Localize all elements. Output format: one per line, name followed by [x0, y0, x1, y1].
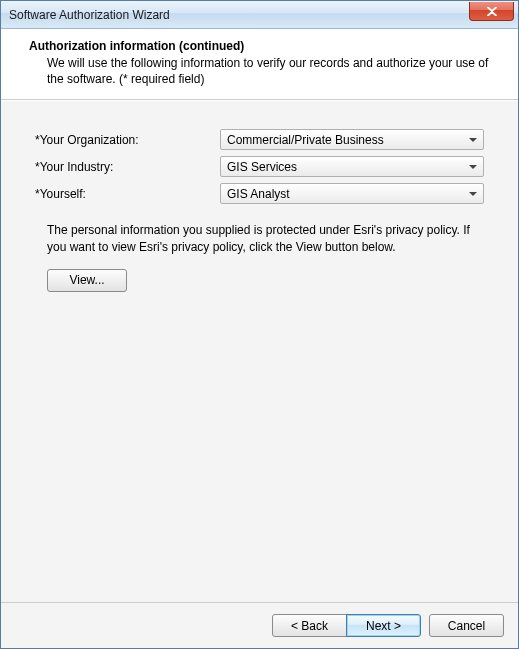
yourself-select[interactable]: GIS Analyst [220, 183, 484, 204]
next-button[interactable]: Next > [346, 614, 421, 637]
view-button-label: View... [69, 273, 104, 287]
organization-label: *Your Organization: [35, 133, 220, 147]
content-area: Authorization information (continued) We… [1, 29, 518, 648]
header-section: Authorization information (continued) We… [1, 29, 518, 100]
form-body: *Your Organization: Commercial/Private B… [1, 100, 518, 602]
chevron-down-icon [469, 165, 477, 169]
back-button-label: < Back [291, 619, 328, 633]
back-button[interactable]: < Back [272, 614, 347, 637]
organization-select[interactable]: Commercial/Private Business [220, 129, 484, 150]
titlebar: Software Authorization Wizard [1, 1, 518, 29]
industry-select[interactable]: GIS Services [220, 156, 484, 177]
window-title: Software Authorization Wizard [9, 8, 170, 22]
industry-row: *Your Industry: GIS Services [35, 156, 484, 177]
page-subtitle: We will use the following information to… [29, 53, 500, 87]
industry-value: GIS Services [227, 160, 297, 174]
close-button[interactable] [469, 2, 514, 21]
footer: < Back Next > Cancel [1, 602, 518, 648]
yourself-value: GIS Analyst [227, 187, 290, 201]
close-icon [487, 7, 497, 16]
cancel-button-label: Cancel [448, 619, 485, 633]
chevron-down-icon [469, 138, 477, 142]
wizard-window: Software Authorization Wizard Authorizat… [0, 0, 519, 649]
nav-button-group: < Back Next > [272, 614, 421, 637]
yourself-label: *Yourself: [35, 187, 220, 201]
privacy-text: The personal information you supplied is… [35, 222, 484, 254]
chevron-down-icon [469, 192, 477, 196]
next-button-label: Next > [366, 619, 401, 633]
organization-row: *Your Organization: Commercial/Private B… [35, 129, 484, 150]
view-button[interactable]: View... [47, 269, 127, 292]
cancel-button[interactable]: Cancel [429, 614, 504, 637]
industry-label: *Your Industry: [35, 160, 220, 174]
yourself-row: *Yourself: GIS Analyst [35, 183, 484, 204]
organization-value: Commercial/Private Business [227, 133, 384, 147]
page-title: Authorization information (continued) [29, 39, 500, 53]
